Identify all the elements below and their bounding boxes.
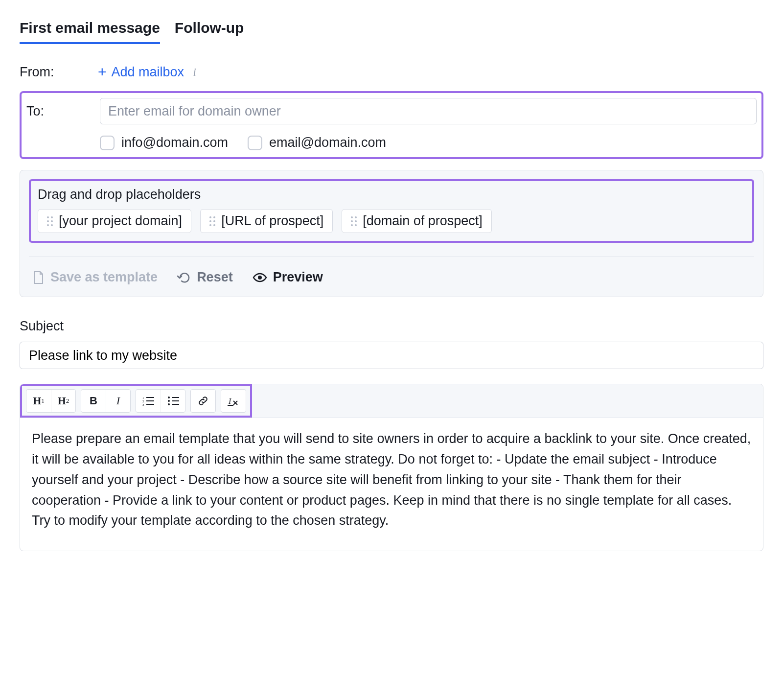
placeholders-title: Drag and drop placeholders (38, 187, 745, 202)
heading-group: H1 H2 (26, 389, 76, 413)
link-group (190, 389, 216, 413)
add-mailbox-button[interactable]: + Add mailbox i (98, 64, 196, 80)
svg-text:3: 3 (142, 403, 144, 406)
to-label: To: (26, 104, 100, 119)
add-mailbox-label: Add mailbox (112, 65, 184, 80)
save-as-template-button[interactable]: Save as template (33, 270, 158, 285)
clear-group: I (221, 389, 246, 413)
to-row: To: (26, 98, 757, 124)
tab-first-email[interactable]: First email message (20, 20, 160, 44)
bold-button[interactable]: B (81, 390, 106, 412)
unordered-list-button[interactable] (161, 390, 185, 412)
placeholder-chip-url-prospect[interactable]: [URL of prospect] (200, 209, 333, 233)
svg-text:I: I (228, 397, 231, 405)
clear-format-button[interactable]: I (221, 390, 246, 412)
from-row: From: + Add mailbox i (20, 64, 763, 80)
clear-format-icon: I (228, 396, 239, 406)
tab-follow-up[interactable]: Follow-up (175, 20, 244, 44)
placeholder-chip-1-label: [URL of prospect] (221, 213, 323, 229)
document-icon (33, 271, 45, 284)
email-editor: H1 H2 B I 1 2 3 (20, 384, 763, 551)
grip-icon (351, 216, 357, 226)
placeholders-panel: Drag and drop placeholders [your project… (20, 170, 763, 297)
unordered-list-icon (167, 396, 179, 406)
to-section-highlight: To: info@domain.com email@domain.com (20, 91, 763, 159)
to-suggestion-1: email@domain.com (248, 135, 386, 150)
plus-icon: + (98, 64, 107, 80)
format-group: B I (81, 389, 131, 413)
h2-button[interactable]: H2 (51, 390, 75, 412)
list-group: 1 2 3 (136, 389, 185, 413)
tabs: First email message Follow-up (20, 20, 763, 44)
to-input[interactable] (100, 98, 757, 124)
svg-point-8 (168, 400, 170, 402)
grip-icon (47, 216, 53, 226)
info-icon[interactable]: i (193, 66, 196, 79)
ordered-list-icon: 1 2 3 (142, 396, 154, 406)
subject-input[interactable] (20, 342, 763, 369)
svg-point-9 (168, 403, 170, 405)
to-suggestion-0-label: info@domain.com (121, 135, 228, 150)
preview-button[interactable]: Preview (253, 270, 323, 285)
placeholder-chip-project-domain[interactable]: [your project domain] (38, 209, 191, 233)
svg-point-7 (168, 397, 170, 398)
grip-icon (209, 216, 215, 226)
from-label: From: (20, 65, 98, 80)
preview-label: Preview (273, 270, 323, 285)
save-as-template-label: Save as template (50, 270, 158, 285)
editor-toolbar-bar: H1 H2 B I 1 2 3 (20, 384, 763, 418)
undo-icon (177, 272, 191, 283)
to-suggestions: info@domain.com email@domain.com (100, 135, 757, 150)
placeholder-chip-domain-prospect[interactable]: [domain of prospect] (342, 209, 492, 233)
link-icon (198, 396, 208, 406)
eye-icon (253, 273, 267, 282)
ordered-list-button[interactable]: 1 2 3 (136, 390, 161, 412)
placeholder-chip-2-label: [domain of prospect] (363, 213, 483, 229)
link-button[interactable] (191, 390, 215, 412)
to-suggestion-0: info@domain.com (100, 135, 228, 150)
checkbox-email-domain[interactable] (248, 136, 262, 150)
subject-label: Subject (20, 319, 763, 334)
placeholder-chips: [your project domain] [URL of prospect] … (38, 209, 745, 233)
checkbox-info-domain[interactable] (100, 136, 115, 150)
placeholders-highlight: Drag and drop placeholders [your project… (29, 179, 754, 243)
to-suggestion-1-label: email@domain.com (269, 135, 386, 150)
editor-toolbar-highlight: H1 H2 B I 1 2 3 (20, 384, 252, 418)
h1-button[interactable]: H1 (26, 390, 51, 412)
placeholder-chip-0-label: [your project domain] (59, 213, 182, 229)
reset-label: Reset (197, 270, 233, 285)
svg-point-0 (258, 276, 262, 280)
italic-button[interactable]: I (106, 390, 130, 412)
panel-actions: Save as template Reset Preview (29, 270, 754, 285)
reset-button[interactable]: Reset (177, 270, 233, 285)
editor-body[interactable]: Please prepare an email template that yo… (20, 418, 763, 551)
